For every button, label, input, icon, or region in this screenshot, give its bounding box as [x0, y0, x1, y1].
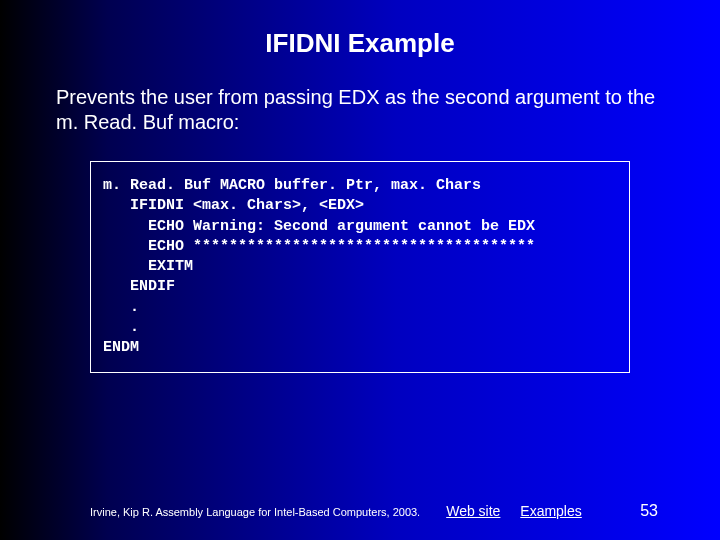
footer: Irvine, Kip R. Assembly Language for Int…: [0, 502, 720, 520]
link-examples[interactable]: Examples: [520, 503, 581, 519]
slide: IFIDNI Example Prevents the user from pa…: [0, 0, 720, 540]
slide-title: IFIDNI Example: [0, 0, 720, 77]
link-web-site[interactable]: Web site: [446, 503, 500, 519]
slide-body-text: Prevents the user from passing EDX as th…: [0, 85, 720, 135]
code-listing: m. Read. Buf MACRO buffer. Ptr, max. Cha…: [103, 176, 617, 358]
footer-credit: Irvine, Kip R. Assembly Language for Int…: [90, 506, 420, 518]
code-box: m. Read. Buf MACRO buffer. Ptr, max. Cha…: [90, 161, 630, 373]
footer-links: Web site Examples: [438, 503, 590, 519]
page-number: 53: [640, 502, 664, 520]
